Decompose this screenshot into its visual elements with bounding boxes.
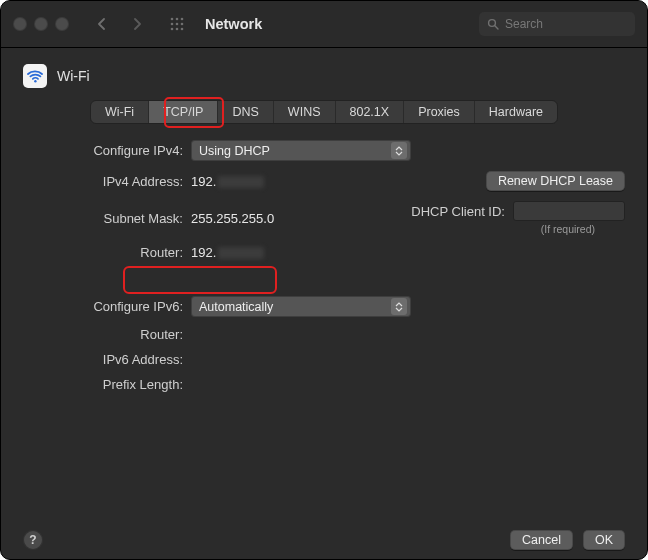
svg-point-1 xyxy=(176,18,179,21)
network-preferences-window: Network Search Wi-Fi Wi-Fi TCP/IP DNS WI… xyxy=(0,0,648,560)
tab-dns[interactable]: DNS xyxy=(218,101,273,123)
svg-line-10 xyxy=(495,26,498,29)
tab-proxies[interactable]: Proxies xyxy=(404,101,475,123)
svg-point-5 xyxy=(181,23,184,26)
dhcp-client-id-input[interactable] xyxy=(513,201,625,221)
dhcp-client-id-label: DHCP Client ID: xyxy=(411,204,505,219)
search-field[interactable]: Search xyxy=(479,12,635,36)
svg-point-7 xyxy=(176,28,179,31)
svg-point-6 xyxy=(171,28,174,31)
panel-heading: Wi-Fi xyxy=(23,64,625,88)
ipv6-router-label: Router: xyxy=(23,327,191,342)
zoom-window-button[interactable] xyxy=(55,17,69,31)
subnet-mask-label: Subnet Mask: xyxy=(23,211,191,226)
svg-point-4 xyxy=(176,23,179,26)
svg-point-3 xyxy=(171,23,174,26)
svg-point-0 xyxy=(171,18,174,21)
subnet-mask-value: 255.255.255.0 xyxy=(191,211,411,226)
stepper-icon xyxy=(391,142,407,159)
tab-8021x[interactable]: 802.1X xyxy=(336,101,405,123)
toolbar: Network Search xyxy=(1,1,647,48)
svg-point-11 xyxy=(34,80,36,82)
redacted-ipv4 xyxy=(218,176,264,188)
router-label: Router: xyxy=(23,245,191,260)
ipv6-address-label: IPv6 Address: xyxy=(23,352,191,367)
configure-ipv4-value: Using DHCP xyxy=(199,144,270,158)
configure-ipv6-label: Configure IPv6: xyxy=(23,299,191,314)
tab-wifi[interactable]: Wi-Fi xyxy=(91,101,149,123)
footer: ? Cancel OK xyxy=(23,516,625,550)
minimize-window-button[interactable] xyxy=(34,17,48,31)
search-placeholder: Search xyxy=(505,17,543,31)
help-button[interactable]: ? xyxy=(23,530,43,550)
cancel-button[interactable]: Cancel xyxy=(510,530,573,550)
configure-ipv6-value: Automatically xyxy=(199,300,273,314)
window-controls xyxy=(13,17,69,31)
search-icon xyxy=(487,18,499,30)
configure-ipv4-label: Configure IPv4: xyxy=(23,143,191,158)
preferences-body: Wi-Fi Wi-Fi TCP/IP DNS WINS 802.1X Proxi… xyxy=(1,48,647,560)
tab-wins[interactable]: WINS xyxy=(274,101,336,123)
ipv4-address-value: 192. xyxy=(191,174,411,189)
svg-point-8 xyxy=(181,28,184,31)
configure-ipv6-select[interactable]: Automatically xyxy=(191,296,411,317)
tab-hardware[interactable]: Hardware xyxy=(475,101,557,123)
panel-title: Wi-Fi xyxy=(57,68,90,84)
stepper-icon xyxy=(391,298,407,315)
tcpip-form: Configure IPv4: Using DHCP IPv4 Address:… xyxy=(23,140,625,392)
window-title: Network xyxy=(205,16,262,32)
tab-bar: Wi-Fi TCP/IP DNS WINS 802.1X Proxies Har… xyxy=(90,100,558,124)
svg-point-2 xyxy=(181,18,184,21)
configure-ipv4-select[interactable]: Using DHCP xyxy=(191,140,411,161)
redacted-router xyxy=(218,247,264,259)
router-value: 192. xyxy=(191,245,411,260)
prefix-length-label: Prefix Length: xyxy=(23,377,191,392)
back-button[interactable] xyxy=(87,12,115,36)
wifi-icon xyxy=(23,64,47,88)
close-window-button[interactable] xyxy=(13,17,27,31)
renew-dhcp-lease-button[interactable]: Renew DHCP Lease xyxy=(486,171,625,191)
dhcp-client-id-hint: (If required) xyxy=(541,223,625,235)
ok-button[interactable]: OK xyxy=(583,530,625,550)
show-all-button[interactable] xyxy=(163,12,191,36)
ipv4-address-label: IPv4 Address: xyxy=(23,174,191,189)
forward-button[interactable] xyxy=(123,12,151,36)
tab-tcpip[interactable]: TCP/IP xyxy=(149,101,218,123)
